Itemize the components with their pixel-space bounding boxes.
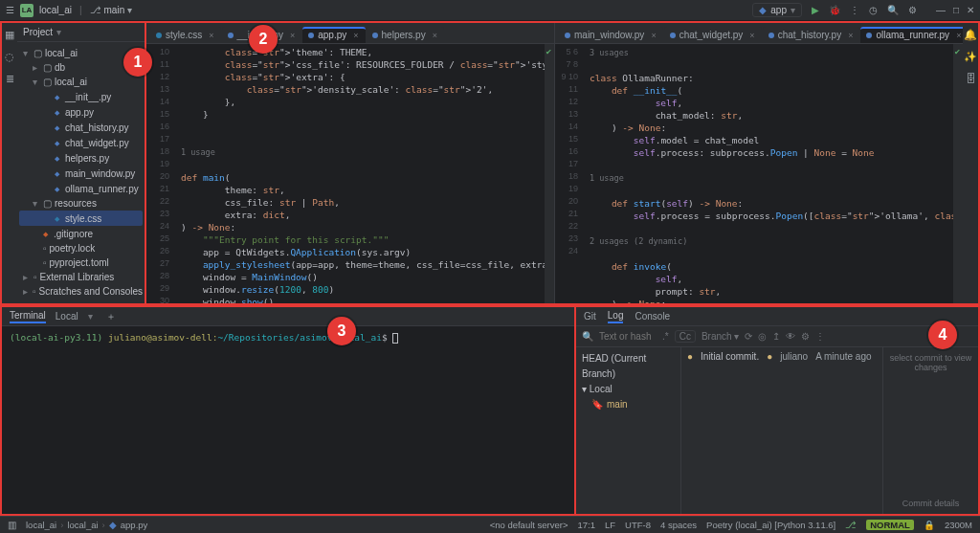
editor-tab[interactable]: helpers.py× <box>367 27 444 43</box>
tree-item[interactable]: helpers.py <box>19 150 143 166</box>
git-tab-console[interactable]: Console <box>635 311 670 322</box>
git-log-list[interactable]: ● Initial commit. ● juliano A minute ago <box>681 347 882 514</box>
tree-item[interactable]: style.css <box>19 211 143 226</box>
close-icon[interactable]: × <box>209 31 213 40</box>
lock-icon[interactable]: 🔒 <box>924 520 935 530</box>
status-line-sep[interactable]: LF <box>605 520 615 530</box>
tree-item[interactable]: .gitignore <box>19 226 143 241</box>
tree-item[interactable]: ▸▫ Scratches and Consoles <box>19 284 143 299</box>
editor-tab[interactable]: ollama_runner.py× <box>860 27 963 43</box>
tree-item[interactable]: chat_history.py <box>19 120 143 135</box>
code-with-me-icon[interactable]: ◷ <box>869 5 878 15</box>
editor-left-body[interactable]: 10 11 12 13 14 15 16 17 18 19 20 21 22 2… <box>146 44 554 303</box>
chevron-down-icon[interactable]: ▾ <box>56 27 61 37</box>
git-push-icon[interactable]: ↥ <box>772 331 780 342</box>
search-icon[interactable]: 🔍 <box>887 5 899 15</box>
settings-icon[interactable]: ⚙ <box>908 5 917 15</box>
status-encoding[interactable]: UTF-8 <box>625 520 651 530</box>
new-terminal-icon[interactable]: ＋ <box>106 310 116 323</box>
close-icon[interactable]: × <box>848 31 853 40</box>
ai-tool-icon[interactable]: ✨ <box>964 51 977 63</box>
tree-item[interactable]: ▸▫ External Libraries <box>19 270 143 284</box>
git-tab-git[interactable]: Git <box>584 311 596 322</box>
git-settings-icon[interactable]: ⚙ <box>801 331 810 342</box>
tree-item[interactable]: main_window.py <box>19 166 143 181</box>
editor-tab[interactable]: __init__.py× <box>222 27 302 43</box>
git-more-icon[interactable]: ⋮ <box>815 331 825 342</box>
chevron-down-icon[interactable]: ▾ <box>88 311 93 322</box>
editor-tab[interactable]: main_window.py× <box>559 27 663 43</box>
editor-right-code[interactable]: 3 usages class OllamaRunner: def __init_… <box>584 44 953 303</box>
editor-left-scrollbar[interactable]: ✔ <box>545 44 554 303</box>
editor-right-scrollbar[interactable]: ✔ <box>953 44 963 303</box>
tree-item[interactable]: __init__.py <box>19 89 143 104</box>
git-branch-tree[interactable]: HEAD (Current Branch) ▾ Local 🔖main <box>576 347 681 514</box>
project-tree[interactable]: ▾▢ local_ai▸▢ db▾▢ local_ai__init__.pyap… <box>17 42 145 302</box>
tree-item[interactable]: ▾▢ local_ai <box>19 46 143 60</box>
tree-item[interactable]: ▫ pyproject.toml <box>19 255 143 270</box>
inspection-ok-icon: ✔ <box>954 48 961 56</box>
editor-tab[interactable]: chat_widget.py× <box>664 27 762 43</box>
run-config-selector[interactable]: ◆ app ▾ <box>752 3 802 17</box>
terminal-tab-local[interactable]: Local <box>56 311 78 322</box>
project-name[interactable]: local_ai <box>39 5 72 15</box>
structure-tool-icon[interactable]: ≣ <box>6 73 14 85</box>
tree-item[interactable]: ▫ poetry.lock <box>19 241 143 255</box>
search-icon[interactable]: 🔍 <box>582 331 593 342</box>
menubar: ☰ LA local_ai | ⎇ main ▾ ◆ app ▾ ▶ 🐞 ⋮ ◷… <box>0 0 980 21</box>
close-icon[interactable]: × <box>651 31 656 40</box>
breadcrumb[interactable]: local_ai › local_ai › ◆ app.py <box>26 520 147 530</box>
close-icon[interactable]: × <box>290 31 295 40</box>
toolwin-toggle-icon[interactable]: ▥ <box>8 520 16 530</box>
close-icon[interactable]: × <box>353 31 358 40</box>
terminal-prompt-char: $ <box>382 332 388 343</box>
editor-tab[interactable]: app.py× <box>302 27 365 43</box>
window-minimize-icon[interactable]: — <box>936 5 946 15</box>
editor-left-code[interactable]: class="str">'theme': THEME, class="str">… <box>175 44 545 303</box>
window-close-icon[interactable]: ✕ <box>967 5 974 15</box>
tree-item[interactable]: ▾▢ resources <box>19 196 143 211</box>
bookmark-icon: 🔖 <box>591 397 603 412</box>
close-icon[interactable]: × <box>433 31 437 40</box>
git-local-node[interactable]: ▾ Local <box>582 382 675 397</box>
close-icon[interactable]: × <box>956 31 961 40</box>
git-view-options-icon[interactable]: 👁 <box>786 331 795 342</box>
regex-toggle-icon[interactable]: .* <box>662 331 669 342</box>
status-memory[interactable]: 2300M <box>945 520 972 530</box>
tree-item[interactable]: ollama_runner.py <box>19 181 143 196</box>
database-tool-icon[interactable]: 🗄 <box>966 73 976 84</box>
tree-item[interactable]: ▸▢ db <box>19 60 143 75</box>
git-head-node[interactable]: HEAD (Current Branch) <box>582 351 675 382</box>
main-menu-icon[interactable]: ☰ <box>6 5 14 15</box>
git-branch-filter[interactable]: Branch ▾ <box>702 331 739 342</box>
status-caret-pos[interactable]: 17:1 <box>578 520 596 530</box>
project-tool-icon[interactable]: ▦ <box>5 29 14 41</box>
commit-tool-icon[interactable]: ◌ <box>5 51 14 63</box>
tree-item[interactable]: ▾▢ local_ai <box>19 75 143 89</box>
git-tab-log[interactable]: Log <box>608 310 624 323</box>
git-filter-input[interactable] <box>599 331 657 342</box>
vcs-branch-selector[interactable]: ⎇ main ▾ <box>90 5 133 15</box>
debug-icon[interactable]: 🐞 <box>829 5 840 15</box>
tree-item[interactable]: chat_widget.py <box>19 135 143 150</box>
tree-item[interactable]: app.py <box>19 104 143 120</box>
status-indent[interactable]: 4 spaces <box>660 520 697 530</box>
run-icon[interactable]: ▶ <box>812 5 819 15</box>
more-actions-icon[interactable]: ⋮ <box>850 5 859 15</box>
git-cherrypick-icon[interactable]: ◎ <box>758 331 767 342</box>
terminal-tab-terminal[interactable]: Terminal <box>10 310 46 323</box>
status-default-server[interactable]: <no default server> <box>490 520 568 530</box>
author-dot-icon: ● <box>767 351 772 510</box>
notifications-icon[interactable]: 🔔 <box>964 29 977 41</box>
git-refresh-icon[interactable]: ⟳ <box>745 331 752 342</box>
status-interpreter[interactable]: Poetry (local_ai) [Python 3.11.6] <box>706 520 835 530</box>
window-maximize-icon[interactable]: □ <box>953 5 959 15</box>
terminal-body[interactable]: (local-ai-py3.11) juliano@asimov-dell:~/… <box>2 326 574 514</box>
editor-right-body[interactable]: 5 6 7 8 9 10 11 12 13 14 15 16 17 18 19 … <box>555 44 963 303</box>
editor-tab[interactable]: style.css× <box>150 27 221 43</box>
editor-tab[interactable]: chat_history.py× <box>763 27 860 43</box>
git-cc-toggle[interactable]: Cc <box>675 330 696 343</box>
branch-label: main <box>104 5 125 15</box>
git-branch-main[interactable]: 🔖main <box>582 397 675 412</box>
close-icon[interactable]: × <box>749 31 754 40</box>
